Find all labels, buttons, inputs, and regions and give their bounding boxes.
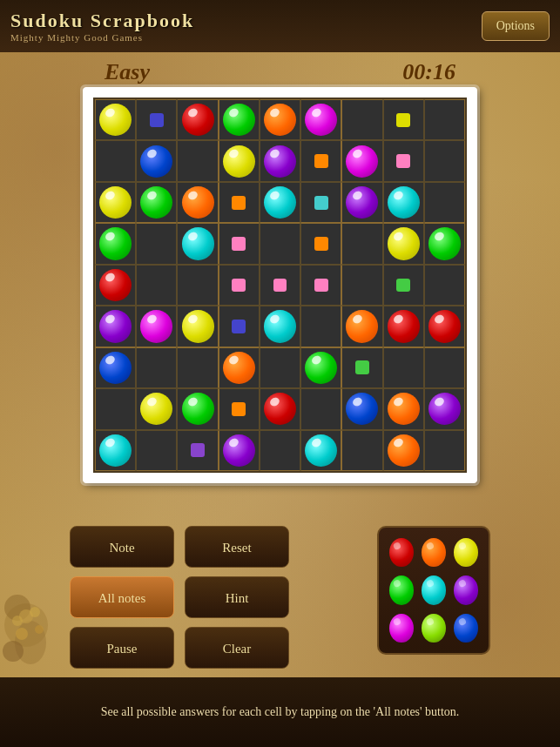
cell-8-3[interactable] [219,430,260,471]
cell-6-8[interactable] [424,347,465,388]
cell-5-7[interactable] [383,306,424,347]
cell-8-4[interactable] [260,430,300,471]
cell-2-4[interactable] [260,182,300,223]
cell-8-1[interactable] [136,430,177,471]
cell-7-4[interactable] [260,388,300,429]
cell-5-2[interactable] [177,306,218,347]
cell-1-4[interactable] [260,140,300,181]
cell-5-6[interactable] [341,306,382,347]
cell-6-2[interactable] [177,347,218,388]
cell-3-8[interactable] [424,223,465,264]
cell-5-0[interactable] [95,306,136,347]
cell-8-6[interactable] [341,430,382,471]
cell-8-0[interactable] [95,430,136,471]
cell-6-7[interactable] [383,347,424,388]
cell-0-2[interactable] [177,99,218,140]
cell-6-4[interactable] [260,347,300,388]
cell-3-3[interactable] [219,223,260,264]
picker-cell-yellow[interactable] [453,536,480,569]
cell-8-2[interactable] [177,430,218,471]
hint-button[interactable]: Hint [185,576,289,618]
cell-0-1[interactable] [136,99,177,140]
cell-4-0[interactable] [95,265,136,306]
cell-0-5[interactable] [300,99,341,140]
cell-7-5[interactable] [300,388,341,429]
cell-2-3[interactable] [219,182,260,223]
all-notes-button[interactable]: All notes [70,576,174,618]
cell-5-1[interactable] [136,306,177,347]
cell-3-5[interactable] [300,223,341,264]
cell-3-7[interactable] [383,223,424,264]
cell-6-1[interactable] [136,347,177,388]
picker-cell-cyan[interactable] [420,574,447,606]
cell-2-7[interactable] [383,182,424,223]
cell-5-4[interactable] [260,306,300,347]
cell-7-2[interactable] [177,388,218,429]
note-button[interactable]: Note [70,526,174,568]
cell-0-8[interactable] [424,99,465,140]
cell-5-3[interactable] [219,306,260,347]
ball-orange [388,434,420,467]
cell-8-7[interactable] [383,430,424,471]
picker-cell-lime[interactable] [420,612,447,644]
picker-cell-green[interactable] [388,574,415,606]
cell-4-2[interactable] [177,265,218,306]
cell-4-5[interactable] [300,265,341,306]
cell-8-8[interactable] [424,430,465,471]
clear-button[interactable]: Clear [185,627,289,669]
pause-button[interactable]: Pause [70,627,174,669]
cell-2-2[interactable] [177,182,218,223]
picker-cell-purple[interactable] [453,574,480,606]
cell-3-4[interactable] [260,223,300,264]
cell-2-0[interactable] [95,182,136,223]
cell-2-5[interactable] [300,182,341,223]
cell-0-3[interactable] [219,99,260,140]
cell-1-1[interactable] [136,140,177,181]
cell-1-5[interactable] [300,140,341,181]
cell-7-7[interactable] [383,388,424,429]
cell-4-6[interactable] [341,265,382,306]
cell-7-6[interactable] [341,388,382,429]
cell-6-0[interactable] [95,347,136,388]
cell-1-7[interactable] [383,140,424,181]
game-board[interactable] [93,98,467,473]
color-picker[interactable] [377,526,490,655]
cell-2-1[interactable] [136,182,177,223]
cell-4-1[interactable] [136,265,177,306]
picker-cell-blue[interactable] [453,612,480,644]
cell-6-6[interactable] [341,347,382,388]
cell-5-8[interactable] [424,306,465,347]
cell-2-8[interactable] [424,182,465,223]
cell-7-3[interactable] [219,388,260,429]
cell-3-0[interactable] [95,223,136,264]
cell-0-7[interactable] [383,99,424,140]
cell-4-8[interactable] [424,265,465,306]
cell-0-6[interactable] [341,99,382,140]
cell-1-2[interactable] [177,140,218,181]
cell-4-3[interactable] [219,265,260,306]
cell-8-5[interactable] [300,430,341,471]
cell-2-6[interactable] [341,182,382,223]
cell-7-8[interactable] [424,388,465,429]
cell-1-8[interactable] [424,140,465,181]
cell-1-6[interactable] [341,140,382,181]
picker-cell-red[interactable] [388,536,415,569]
cell-3-1[interactable] [136,223,177,264]
cell-7-1[interactable] [136,388,177,429]
cell-3-2[interactable] [177,223,218,264]
cell-0-4[interactable] [260,99,300,140]
options-button[interactable]: Options [482,11,550,41]
cell-3-6[interactable] [341,223,382,264]
picker-cell-pink[interactable] [388,612,415,644]
cell-1-0[interactable] [95,140,136,181]
cell-6-5[interactable] [300,347,341,388]
reset-button[interactable]: Reset [185,526,289,568]
cell-6-3[interactable] [219,347,260,388]
cell-4-7[interactable] [383,265,424,306]
cell-5-5[interactable] [300,306,341,347]
cell-7-0[interactable] [95,388,136,429]
cell-4-4[interactable] [260,265,300,306]
picker-cell-orange[interactable] [420,536,447,569]
cell-0-0[interactable] [95,99,136,140]
cell-1-3[interactable] [219,140,260,181]
